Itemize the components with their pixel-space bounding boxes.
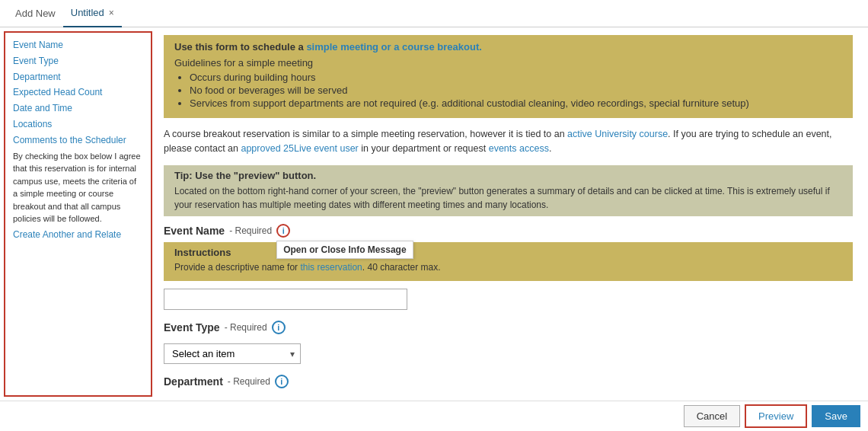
guideline-item-3: Services from support departments are no… (190, 97, 842, 109)
sidebar-item-event-name[interactable]: Event Name (13, 39, 143, 52)
sidebar-item-agreement: By checking the box below I agree that t… (13, 150, 143, 225)
main-layout: Event Name Event Type Department Expecte… (0, 27, 868, 401)
guidelines-title: Guidelines for a simple meeting (174, 57, 842, 69)
event-name-info-icon[interactable]: i (276, 224, 290, 238)
events-access-link[interactable]: events access (489, 143, 549, 154)
department-info-icon[interactable]: i (275, 375, 289, 388)
sidebar: Event Name Event Type Department Expecte… (4, 31, 152, 397)
guidelines-list: Occurs during building hours No food or … (190, 72, 842, 109)
save-button[interactable]: Save (812, 405, 860, 427)
sidebar-item-date-time[interactable]: Date and Time (13, 102, 143, 115)
content-area: Use this form to schedule a simple meeti… (156, 27, 868, 401)
sidebar-item-event-type[interactable]: Event Type (13, 55, 143, 68)
tab-label: Untitled (71, 7, 104, 18)
reservation-link[interactable]: this reservation (300, 262, 362, 273)
sidebar-item-locations[interactable]: Locations (13, 118, 143, 131)
sidebar-item-comments[interactable]: Comments to the Scheduler (13, 134, 143, 147)
cancel-button[interactable]: Cancel (684, 405, 740, 427)
active-course-link[interactable]: active University course (567, 129, 668, 139)
instructions-text: Provide a descriptive name for this rese… (174, 261, 842, 274)
department-section: Department - Required i (164, 375, 853, 388)
add-new-link[interactable]: Add New (8, 8, 63, 19)
event-type-required: - Required (225, 322, 267, 333)
event-name-label: Event Name - Required i Open or Close In… (164, 224, 853, 238)
sidebar-item-expected-head-count[interactable]: Expected Head Count (13, 86, 143, 99)
top-nav: Add New Untitled × (0, 0, 868, 27)
info-header-box: Use this form to schedule a simple meeti… (164, 35, 853, 118)
instructions-title: Instructions (174, 247, 842, 258)
guideline-item-2: No food or beverages will be served (190, 85, 842, 96)
department-label-text: Department (164, 375, 223, 388)
preview-button[interactable]: Preview (745, 404, 807, 428)
tip-title: Tip: Use the "preview" button. (174, 170, 842, 181)
tip-text: Located on the bottom right-hand corner … (174, 184, 842, 212)
event-name-required: - Required (229, 225, 272, 236)
event-name-instructions-box: Instructions Provide a descriptive name … (164, 242, 853, 282)
close-tab-icon[interactable]: × (109, 8, 114, 18)
tip-box: Tip: Use the "preview" button. Located o… (164, 165, 853, 216)
info-header-title: Use this form to schedule a simple meeti… (174, 41, 842, 53)
sidebar-item-create-another[interactable]: Create Another and Relate (13, 228, 143, 241)
event-type-select[interactable]: Select an item Academic Administrative C… (164, 343, 301, 364)
untitled-tab[interactable]: Untitled × (63, 0, 122, 27)
info-header-prefix: Use this form to schedule a (174, 41, 306, 53)
sidebar-item-department[interactable]: Department (13, 71, 143, 84)
event-name-input[interactable] (164, 289, 407, 310)
event-type-select-wrapper: Select an item Academic Administrative C… (164, 343, 301, 364)
event-type-info-icon[interactable]: i (272, 321, 286, 334)
info-header-link[interactable]: simple meeting or a course breakout. (306, 41, 481, 53)
event-name-tooltip: Open or Close Info Message (276, 241, 413, 259)
guideline-item-1: Occurs during building hours (190, 72, 842, 83)
course-breakout-text: A course breakout reservation is similar… (164, 127, 853, 156)
event-type-section: Event Type - Required i Select an item A… (164, 321, 853, 364)
event-type-label-text: Event Type (164, 321, 220, 334)
bottom-bar: Cancel Preview Save (0, 401, 868, 431)
event-name-tooltip-container: i Open or Close Info Message (276, 224, 290, 238)
event-type-label: Event Type - Required i (164, 321, 853, 334)
approved-user-link[interactable]: approved 25Live event user (241, 143, 358, 154)
event-name-label-text: Event Name (164, 225, 225, 237)
event-name-section: Event Name - Required i Open or Close In… (164, 224, 853, 311)
department-required: - Required (228, 376, 270, 387)
department-label: Department - Required i (164, 375, 853, 388)
